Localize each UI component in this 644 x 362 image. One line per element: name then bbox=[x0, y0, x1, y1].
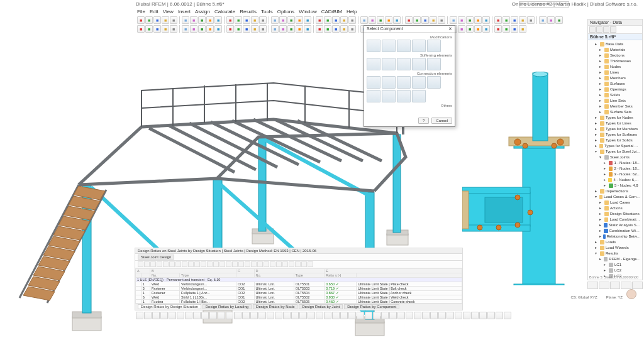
bottom-tool-button[interactable] bbox=[308, 312, 315, 319]
component-thumb[interactable] bbox=[367, 90, 380, 102]
component-thumb[interactable] bbox=[427, 76, 441, 89]
bottom-tool-button[interactable] bbox=[242, 312, 250, 319]
bottom-tool-button[interactable] bbox=[136, 312, 143, 319]
bottom-tool-button[interactable] bbox=[160, 312, 168, 319]
tree-node[interactable]: ▾Load Cases & Combinations bbox=[595, 194, 641, 200]
nav-tab[interactable] bbox=[603, 26, 609, 33]
results-tool-button[interactable] bbox=[289, 261, 294, 267]
bottom-tool-button[interactable] bbox=[324, 312, 331, 319]
bottom-tool-button[interactable] bbox=[487, 312, 495, 319]
bottom-tool-button[interactable] bbox=[365, 312, 372, 319]
results-tool-button[interactable] bbox=[144, 261, 150, 267]
results-footer-tab[interactable]: Design Ratios by Joint bbox=[299, 304, 343, 309]
results-tool-button[interactable] bbox=[245, 261, 250, 267]
results-tool-button[interactable] bbox=[238, 261, 244, 267]
bottom-tool-button[interactable] bbox=[201, 312, 209, 319]
bottom-tool-button[interactable] bbox=[185, 312, 192, 319]
tree-node[interactable]: ▸Load Combinations bbox=[599, 217, 641, 222]
bottom-tool-button[interactable] bbox=[234, 312, 242, 319]
tree-node[interactable]: ▸RFEM - Eigengewicht bbox=[599, 256, 641, 262]
tree-node[interactable]: ▸Types for Members bbox=[595, 126, 641, 132]
tree-node[interactable]: ▸2 - Nodes: 18,21 bbox=[604, 166, 641, 172]
nav-bottom-tab[interactable] bbox=[599, 282, 609, 289]
bottom-tool-button[interactable] bbox=[144, 312, 152, 319]
bottom-tool-button[interactable] bbox=[397, 312, 405, 319]
tree-node[interactable]: ▸Base Data bbox=[595, 41, 641, 47]
nav-bottom-tab[interactable] bbox=[587, 282, 598, 289]
results-tool-button[interactable] bbox=[182, 261, 187, 267]
component-thumb[interactable] bbox=[412, 58, 426, 70]
tree-node[interactable]: ▸Members bbox=[599, 75, 641, 81]
results-tool-button[interactable] bbox=[201, 261, 206, 267]
tree-node[interactable]: ▸Materials bbox=[599, 47, 641, 53]
component-thumb[interactable] bbox=[397, 40, 411, 52]
navigator-model-name[interactable]: Bühne 5.rf6* bbox=[588, 34, 642, 40]
tree-node[interactable]: ▸Surface Sets bbox=[599, 109, 641, 115]
results-tool-button[interactable] bbox=[175, 261, 181, 267]
bottom-tool-button[interactable] bbox=[226, 312, 233, 319]
component-thumb[interactable] bbox=[397, 90, 411, 102]
bottom-tool-button[interactable] bbox=[381, 312, 389, 319]
navigator-tree[interactable]: ▸Base Data▸Materials▸Sections▸Thicknesse… bbox=[588, 40, 642, 280]
tree-node[interactable]: ▸Solids bbox=[599, 92, 641, 98]
tree-node[interactable]: ▸Lines bbox=[599, 70, 641, 75]
results-footer-tab[interactable]: Design Ratios by Design Situation bbox=[138, 304, 201, 309]
tree-node[interactable]: ▸LC4 bbox=[604, 279, 641, 280]
tree-node[interactable]: ▸Load Wizards bbox=[595, 245, 641, 251]
bottom-tool-button[interactable] bbox=[267, 312, 274, 319]
table-row[interactable]: 1FastenerFußplatte 1 | Anc...CO2Ultimat.… bbox=[136, 291, 462, 295]
dialog-close-icon[interactable]: ✕ bbox=[448, 26, 452, 31]
bottom-tool-button[interactable] bbox=[373, 312, 380, 319]
bottom-tool-button[interactable] bbox=[357, 312, 364, 319]
tree-node[interactable]: ▸Types for Surfaces bbox=[595, 132, 641, 138]
component-thumb[interactable] bbox=[427, 58, 441, 70]
tree-node[interactable]: ▾Types for Steel Joints bbox=[595, 149, 641, 155]
component-thumb[interactable] bbox=[382, 58, 396, 70]
component-thumb[interactable] bbox=[427, 40, 441, 52]
tree-node[interactable]: ▸3 - Nodes: 62,25 bbox=[604, 172, 641, 177]
results-tool-button[interactable] bbox=[282, 261, 288, 267]
tree-node[interactable]: ▸Sections bbox=[599, 53, 641, 58]
bottom-tool-button[interactable] bbox=[291, 312, 299, 319]
bottom-tool-button[interactable] bbox=[283, 312, 291, 319]
table-row[interactable]: 6WeldStirbl 1 | L100x...CO1Ultimat. Lmt.… bbox=[136, 295, 462, 300]
dialog-cancel-button[interactable]: Cancel bbox=[431, 118, 452, 124]
tree-node[interactable]: ▾Steel Joints bbox=[599, 155, 641, 160]
tree-node[interactable]: ▸Loads bbox=[595, 239, 641, 245]
results-tool-button[interactable] bbox=[213, 261, 219, 267]
results-tool-button[interactable] bbox=[270, 261, 275, 267]
tree-node[interactable]: ▸Static Analysis Settings bbox=[599, 222, 641, 228]
results-tool-button[interactable] bbox=[157, 261, 162, 267]
component-thumb[interactable] bbox=[397, 58, 411, 70]
bottom-tool-button[interactable] bbox=[447, 312, 454, 319]
tree-node[interactable]: ▾Results bbox=[595, 251, 641, 256]
results-table[interactable]: ABCDE No.TypeNo.TypeRatio η [-] 1 ULS (E… bbox=[135, 268, 462, 304]
bottom-tool-button[interactable] bbox=[332, 312, 340, 319]
bottom-tool-button[interactable] bbox=[169, 312, 176, 319]
bottom-tool-button[interactable] bbox=[340, 312, 348, 319]
results-tool-button[interactable] bbox=[207, 261, 213, 267]
bottom-tool-button[interactable] bbox=[316, 312, 323, 319]
bottom-tool-button[interactable] bbox=[455, 312, 462, 319]
component-thumb[interactable] bbox=[367, 76, 380, 89]
bottom-tool-button[interactable] bbox=[406, 312, 413, 319]
assistant-avatar[interactable] bbox=[626, 289, 636, 299]
bottom-tool-button[interactable] bbox=[218, 312, 225, 319]
bottom-tool-button[interactable] bbox=[430, 312, 438, 319]
results-tool-button[interactable] bbox=[232, 261, 238, 267]
dialog-help-icon[interactable]: ? bbox=[418, 118, 429, 124]
toolbar-button[interactable]: ■ bbox=[555, 16, 563, 24]
nav-bottom-tab[interactable] bbox=[621, 282, 631, 289]
results-footer-tab[interactable]: Design Ratios by Node bbox=[253, 304, 297, 309]
tree-node[interactable]: ▸Nodes bbox=[599, 64, 641, 70]
component-thumb[interactable] bbox=[397, 76, 411, 89]
tree-node[interactable]: ▸Member Sets bbox=[599, 104, 641, 109]
tree-node[interactable]: ▸Thicknesses bbox=[599, 58, 641, 64]
nav-tab[interactable] bbox=[596, 26, 602, 33]
results-tool-button[interactable] bbox=[169, 261, 175, 267]
bottom-tool-button[interactable] bbox=[389, 312, 397, 319]
results-tool-button[interactable] bbox=[251, 261, 257, 267]
results-footer-tab[interactable]: Design Ratios by Component bbox=[344, 304, 399, 309]
bottom-tool-button[interactable] bbox=[479, 312, 487, 319]
bottom-tool-button[interactable] bbox=[177, 312, 184, 319]
